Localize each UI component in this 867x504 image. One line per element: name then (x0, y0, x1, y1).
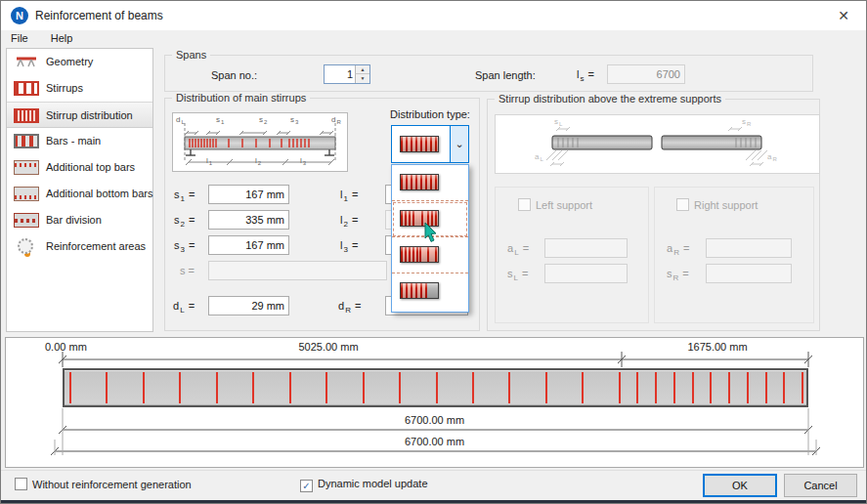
s2-label: s2 = (174, 214, 195, 226)
sidebar-item-bars-main[interactable]: Bars - main (7, 128, 152, 154)
right-support-checkbox[interactable]: Right support (676, 198, 758, 211)
s3-label: s3 = (174, 239, 195, 251)
dl-field[interactable]: 29 mm (208, 296, 289, 315)
title-bar: N Reinforcement of beams ✕ (1, 1, 866, 30)
span-length-field: 6700 (607, 64, 685, 84)
beam-preview-panel: 0.00 mm 5025.00 mm 1675.00 mm 6700.00 mm… (5, 337, 864, 468)
diagram-s1-label: s1 (216, 115, 225, 124)
sidebar-item-stirrups[interactable]: Stirrups (7, 75, 152, 102)
additional-bottom-bars-icon (14, 187, 39, 201)
stirrups-icon (14, 81, 39, 96)
sidebar-item-additional-top-bars[interactable]: Additional top bars (7, 154, 152, 181)
dynamic-model-update-checkbox[interactable]: ✓Dynamic model update (300, 478, 428, 492)
distribution-type-combo[interactable]: ⌄ (391, 125, 469, 163)
s1-label: s1 = (174, 189, 195, 200)
s3-field[interactable]: 167 mm (208, 235, 289, 255)
sl-label: sL = (507, 268, 528, 279)
geometry-icon (14, 55, 39, 69)
sidebar-item-reinforcement-areas[interactable]: Reinforcement areas (7, 233, 152, 260)
stirrup-distribution-icon (14, 108, 39, 123)
checkbox-box[interactable]: ✓ (300, 480, 313, 492)
dim-total-inner-label: 6700.00 mm (6, 414, 863, 426)
s-field (208, 261, 387, 280)
distribution-type-option-4[interactable] (392, 273, 468, 310)
main-stirrups-diagram: dL s1 s2 s3 dR l1 l2 l3 (172, 112, 348, 172)
mouse-cursor (424, 223, 440, 244)
bars-main-icon (14, 134, 39, 148)
sidebar-item-geometry[interactable]: Geometry (7, 49, 152, 75)
stirrup-pattern-partial-icon (400, 282, 439, 299)
ar-field (706, 238, 792, 258)
menu-help[interactable]: Help (41, 30, 83, 46)
diagram-l2-label: l2 (255, 156, 262, 165)
without-reinforcement-checkbox[interactable]: Without reinforcement generation (15, 478, 192, 490)
s-label: s = (180, 265, 195, 276)
spans-group-label: Spans (172, 49, 210, 61)
bar-division-icon (14, 213, 39, 228)
diagram-l1-label: l1 (206, 156, 213, 165)
diagram-dl-label: dL (176, 115, 186, 124)
span-no-stepper[interactable]: 1 ▲ ▼ (324, 64, 370, 84)
diagram-ar-label: aR (767, 152, 778, 161)
ar-label: aR = (667, 242, 689, 254)
supports-group-label: Stirrup distribution above the extreme s… (495, 93, 725, 105)
checkbox-box[interactable] (518, 198, 531, 211)
close-icon[interactable]: ✕ (833, 6, 854, 25)
left-support-checkbox[interactable]: Left support (518, 198, 592, 211)
checkbox-box[interactable] (676, 198, 689, 211)
diagram-al-label: aL (535, 152, 544, 161)
sidebar: Geometry Stirrups Stirrup distribution B… (6, 48, 153, 332)
reinforcement-areas-icon (18, 238, 33, 254)
distribution-type-option-1[interactable] (392, 165, 468, 201)
menu-bar: File Help (1, 30, 866, 48)
additional-top-bars-icon (14, 160, 39, 175)
distribution-type-label: Distribution type: (390, 108, 470, 120)
span-length-label: Span length: (475, 69, 536, 81)
sidebar-item-additional-bottom-bars[interactable]: Additional bottom bars (7, 181, 152, 207)
footer-bar: Without reinforcement generation ✓Dynami… (1, 470, 866, 500)
dim-mid-label: 5025.00 mm (289, 341, 368, 353)
app-logo-icon: N (11, 7, 28, 24)
diagram-s3-label: s3 (290, 115, 299, 124)
l2-label: l2 = (340, 214, 358, 226)
stirrup-pattern-uniform-icon (400, 136, 439, 152)
supports-diagram: sL aL sR aR (495, 114, 820, 174)
sidebar-item-stirrup-distribution[interactable]: Stirrup distribution (7, 102, 152, 128)
al-label: aL = (507, 242, 529, 254)
l1-label: l1 = (340, 189, 358, 200)
sl-field (544, 264, 628, 283)
s2-field[interactable]: 335 mm (208, 210, 289, 230)
main-stirrups-group-label: Distribution of main stirrups (172, 92, 310, 104)
bottom-edge-strip (1, 500, 866, 504)
span-no-label: Span no.: (211, 69, 257, 81)
span-length-symbol: ls = (577, 68, 594, 80)
spin-up-icon[interactable]: ▲ (355, 65, 369, 74)
dim-total-outer-label: 6700.00 mm (6, 436, 863, 447)
menu-file[interactable]: File (1, 30, 38, 46)
checkbox-box[interactable] (15, 478, 27, 490)
stirrup-pattern-left-dense-icon (400, 246, 439, 263)
spin-down-icon[interactable]: ▼ (355, 74, 369, 83)
stirrup-pattern-uniform-icon (400, 174, 439, 190)
diagram-l3-label: l3 (300, 156, 307, 165)
ok-button[interactable]: OK (703, 474, 777, 497)
dim-right-label: 1675.00 mm (678, 341, 757, 353)
s1-field[interactable]: 167 mm (208, 185, 289, 204)
l3-label: l3 = (340, 239, 358, 251)
diagram-s2-label: s2 (259, 115, 268, 124)
sidebar-item-bar-division[interactable]: Bar division (7, 207, 152, 233)
chevron-down-icon[interactable]: ⌄ (450, 126, 468, 162)
dr-label: dR = (338, 300, 361, 312)
span-no-value: 1 (347, 68, 353, 80)
reinforcement-of-beams-dialog: N Reinforcement of beams ✕ File Help Geo… (0, 0, 867, 504)
diagram-sl-label: sL (554, 117, 563, 126)
diagram-dr-label: dR (331, 115, 342, 124)
cancel-button[interactable]: Cancel (784, 474, 857, 497)
sr-label: sR = (667, 268, 689, 279)
window-title: Reinforcement of beams (35, 9, 163, 22)
dl-label: dL = (173, 300, 195, 312)
right-support-panel: Right support aR = sR = (654, 187, 814, 323)
left-support-panel: Left support aL = sL = (495, 187, 649, 323)
diagram-sr-label: sR (742, 117, 752, 126)
beam-drawing (63, 368, 808, 407)
